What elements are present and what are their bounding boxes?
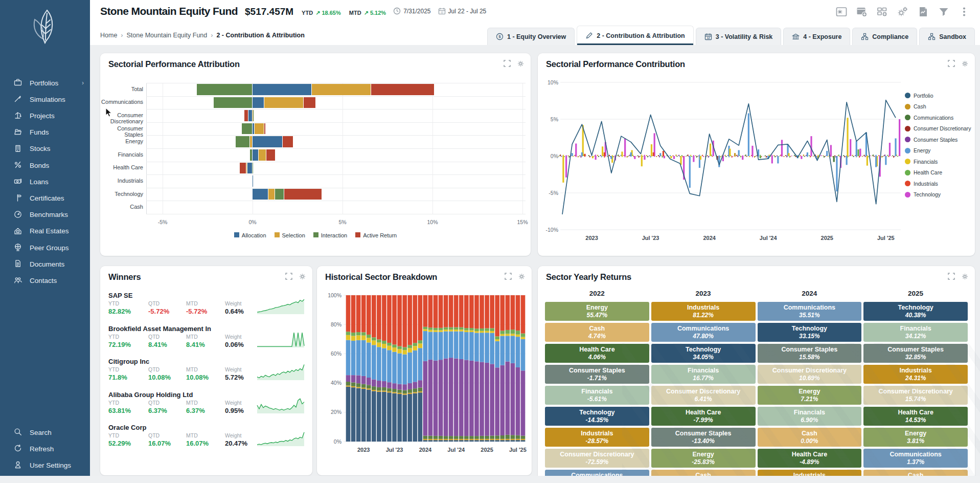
breakdown-bar-segment[interactable] [367, 389, 371, 442]
contribution-bar[interactable] [651, 144, 652, 156]
breakdown-bar-segment[interactable] [402, 355, 407, 385]
breakdown-bar-segment[interactable] [464, 436, 469, 439]
breakdown-bar-segment[interactable] [402, 295, 407, 347]
breakdown-bar-segment[interactable] [439, 360, 443, 436]
breakdown-bar-segment[interactable] [439, 332, 443, 360]
breakdown-bar-segment[interactable] [505, 362, 510, 435]
breakdown-bar-segment[interactable] [361, 388, 366, 389]
breakdown-bar-segment[interactable] [356, 383, 361, 387]
breakdown-bar-segment[interactable] [382, 344, 386, 348]
breakdown-bar-segment[interactable] [521, 339, 526, 370]
breakdown-bar-segment[interactable] [469, 328, 474, 331]
breakdown-bar-segment[interactable] [439, 328, 443, 331]
contribution-bar[interactable] [659, 153, 661, 156]
breakdown-bar-segment[interactable] [377, 295, 381, 339]
breakdown-bar-segment[interactable] [428, 440, 433, 442]
winner-row[interactable]: Brookfield Asset Management InYTD72.19%Q… [108, 325, 304, 333]
breakdown-bar-segment[interactable] [505, 295, 510, 330]
bar-segment-active_return[interactable] [284, 189, 322, 200]
contribution-bar[interactable] [771, 156, 773, 163]
breakdown-bar-segment[interactable] [500, 440, 505, 442]
contribution-bar[interactable] [565, 156, 567, 178]
breakdown-bar-segment[interactable] [423, 439, 428, 440]
breakdown-bar-segment[interactable] [511, 334, 515, 336]
contribution-bar[interactable] [857, 149, 859, 156]
breakdown-bar-segment[interactable] [485, 439, 489, 440]
breakdown-bar-segment[interactable] [505, 439, 510, 440]
breakdown-bar-segment[interactable] [474, 440, 479, 442]
breakdown-bar-segment[interactable] [402, 350, 407, 354]
breakdown-bar-segment[interactable] [428, 360, 433, 436]
breakdown-bar-segment[interactable] [516, 337, 520, 367]
breakdown-bar-segment[interactable] [495, 339, 499, 341]
breakdown-bar-segment[interactable] [490, 435, 494, 438]
breakdown-bar-segment[interactable] [459, 330, 464, 331]
filter-icon[interactable] [937, 5, 950, 18]
sector-return-cell[interactable]: Health Care4.06% [545, 344, 649, 363]
breakdown-bar-segment[interactable] [434, 328, 438, 331]
breakdown-bar-segment[interactable] [474, 439, 479, 440]
breakdown-bar-segment[interactable] [423, 440, 428, 442]
breakdown-bar-segment[interactable] [351, 333, 356, 336]
breakdown-bar-segment[interactable] [521, 440, 526, 442]
breakdown-bar-segment[interactable] [439, 436, 443, 439]
contribution-bar[interactable] [826, 151, 828, 156]
breakdown-bar-segment[interactable] [511, 363, 515, 435]
breakdown-bar-segment[interactable] [495, 336, 499, 339]
breakdown-bar-segment[interactable] [439, 330, 443, 332]
sidebar-item-contacts[interactable]: Contacts [0, 273, 90, 288]
sector-return-cell[interactable]: Cash4.74% [545, 323, 649, 342]
breakdown-bar-segment[interactable] [407, 394, 412, 442]
breakdown-bar-segment[interactable] [485, 295, 489, 328]
contribution-bar[interactable] [875, 156, 877, 167]
sector-return-cell[interactable]: Industrials81.22% [651, 302, 756, 321]
breakdown-bar-segment[interactable] [367, 338, 371, 342]
breakdown-bar-segment[interactable] [474, 333, 479, 362]
sidebar-item-benchmarks[interactable]: Benchmarks [0, 207, 90, 223]
breakdown-bar-segment[interactable] [387, 382, 392, 388]
breakdown-bar-segment[interactable] [516, 335, 520, 337]
breakdown-bar-segment[interactable] [480, 295, 484, 328]
contribution-bar[interactable] [856, 141, 857, 156]
breakdown-bar-segment[interactable] [361, 376, 366, 384]
sector-return-cell[interactable]: Communications35.51% [758, 302, 862, 321]
breakdown-bar-segment[interactable] [454, 440, 459, 442]
tab-compliance[interactable]: Compliance [852, 28, 917, 45]
contribution-bar[interactable] [595, 156, 597, 160]
breakdown-bar-segment[interactable] [413, 343, 417, 346]
breakdown-bar-segment[interactable] [413, 392, 417, 393]
breakdown-bar-segment[interactable] [382, 387, 386, 391]
contribution-bar[interactable] [644, 156, 645, 160]
contribution-bar[interactable] [738, 150, 740, 156]
breakdown-bar-segment[interactable] [361, 389, 366, 442]
contribution-bar[interactable] [602, 146, 603, 156]
sidebar-item-simulations[interactable]: Simulations [0, 92, 90, 107]
breakdown-bar-segment[interactable] [418, 391, 423, 392]
breakdown-bar-segment[interactable] [459, 327, 464, 330]
breakdown-bar-segment[interactable] [392, 352, 397, 383]
breakdown-bar-segment[interactable] [454, 359, 459, 436]
breakdown-bar-segment[interactable] [361, 384, 366, 388]
sector-return-cell[interactable]: Consumer Staples15.58% [758, 344, 862, 363]
contribution-bar[interactable] [846, 156, 848, 165]
breakdown-bar-segment[interactable] [392, 392, 397, 393]
sidebar-item-portfolios[interactable]: Portfolios› [0, 75, 90, 91]
breakdown-bar-segment[interactable] [474, 295, 479, 328]
bar-segment-active_return[interactable] [253, 175, 254, 187]
breakdown-bar-segment[interactable] [418, 340, 423, 343]
breakdown-bar-segment[interactable] [480, 362, 484, 435]
sector-return-cell[interactable]: Consumer Staples-1.71% [545, 365, 649, 384]
breakdown-bar-segment[interactable] [516, 331, 520, 335]
contribution-bar[interactable] [899, 119, 900, 156]
report-icon[interactable] [917, 5, 930, 18]
contribution-bar[interactable] [810, 136, 812, 156]
contribution-bar[interactable] [867, 156, 868, 166]
contribution-bar[interactable] [859, 149, 861, 156]
breakdown-bar-segment[interactable] [469, 439, 474, 440]
tab-2-contribution-attribution[interactable]: 2 - Contribution & Attribution [577, 26, 693, 45]
breakdown-bar-segment[interactable] [490, 333, 494, 364]
bar-segment-selection[interactable] [246, 163, 247, 174]
breakdown-bar-segment[interactable] [521, 439, 526, 440]
breakdown-bar-segment[interactable] [361, 336, 366, 340]
sector-return-cell[interactable]: Consumer Discretionary6.41% [651, 386, 756, 405]
